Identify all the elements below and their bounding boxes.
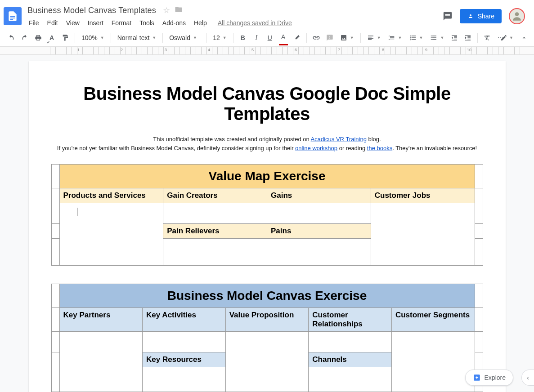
hdr-products: Products and Services bbox=[59, 188, 163, 203]
hdr-seg: Customer Segments bbox=[391, 308, 475, 332]
bold-button[interactable]: B bbox=[237, 32, 249, 44]
style-value: Normal text bbox=[117, 34, 150, 41]
image-button[interactable]: ▼ bbox=[337, 34, 357, 41]
value-map-title: Value Map Exercise bbox=[59, 165, 475, 188]
hdr-gains: Gains bbox=[267, 188, 371, 203]
hdr-resources: Key Resources bbox=[143, 352, 226, 367]
font-value: Oswald bbox=[169, 34, 190, 41]
page[interactable]: Business Model Canvas Google Doc Simple … bbox=[29, 61, 506, 392]
zoom-combo[interactable]: 100%▼ bbox=[79, 34, 107, 41]
size-value: 12 bbox=[213, 34, 220, 41]
share-button-label: Share bbox=[478, 13, 494, 20]
cell-resources[interactable] bbox=[143, 367, 226, 392]
ruler[interactable]: 1 2 3 4 5 6 7 8 9 10 bbox=[0, 47, 534, 55]
ruler-tick: 2 bbox=[121, 48, 123, 52]
cell-products[interactable] bbox=[59, 203, 163, 266]
comment-button[interactable] bbox=[324, 32, 336, 44]
hdr-jobs: Customer Jobs bbox=[371, 188, 475, 203]
link-acadicus[interactable]: Acadicus VR Training bbox=[311, 136, 367, 143]
menu-tools[interactable]: Tools bbox=[136, 18, 158, 28]
hdr-value: Value Proposition bbox=[225, 308, 309, 332]
svg-rect-3 bbox=[10, 19, 13, 20]
cell-gains[interactable] bbox=[267, 203, 371, 224]
underline-button[interactable]: U bbox=[264, 32, 276, 44]
link-button[interactable] bbox=[310, 32, 322, 44]
explore-button[interactable]: Explore bbox=[465, 370, 513, 386]
explore-label: Explore bbox=[485, 374, 506, 381]
highlight-button[interactable] bbox=[291, 32, 303, 44]
cell-rel[interactable] bbox=[309, 332, 392, 352]
document-title[interactable]: Business Model Canvas Templates bbox=[25, 4, 158, 17]
ruler-tick: 10 bbox=[467, 48, 471, 52]
ruler-tick: 5 bbox=[251, 48, 254, 52]
line-spacing-button[interactable]: ▼ bbox=[386, 34, 405, 41]
menu-view[interactable]: View bbox=[63, 18, 83, 28]
toolbar: A✓ 100%▼ Normal text▼ Oswald▼ 12▼ B I U … bbox=[0, 29, 534, 47]
font-size-combo[interactable]: 12▼ bbox=[210, 34, 229, 41]
hdr-partners: Key Partners bbox=[59, 308, 143, 332]
collapse-toolbar-button[interactable] bbox=[521, 34, 528, 43]
ruler-tick: 4 bbox=[208, 48, 210, 52]
link-workshop[interactable]: online workshop bbox=[295, 145, 337, 151]
font-combo[interactable]: Oswald▼ bbox=[166, 34, 202, 41]
ruler-tick: 6 bbox=[295, 48, 297, 52]
print-button[interactable] bbox=[32, 32, 44, 44]
link-books[interactable]: the books bbox=[367, 145, 392, 151]
value-map-table[interactable]: Value Map Exercise Products and Services… bbox=[51, 164, 483, 266]
app-header: Business Model Canvas Templates ☆ File E… bbox=[0, 0, 534, 29]
outdent-button[interactable] bbox=[449, 32, 460, 44]
redo-button[interactable] bbox=[19, 32, 31, 44]
menu-edit[interactable]: Edit bbox=[44, 18, 62, 28]
undo-button[interactable] bbox=[5, 32, 17, 44]
bmc-table[interactable]: Business Model Canvas Exercise Key Partn… bbox=[51, 284, 483, 392]
comments-icon[interactable] bbox=[443, 11, 453, 21]
cell-relievers[interactable] bbox=[163, 239, 267, 266]
folder-icon[interactable] bbox=[175, 5, 183, 16]
docs-logo[interactable] bbox=[4, 7, 22, 25]
bullet-list-button[interactable]: ▼ bbox=[427, 34, 447, 41]
avatar[interactable] bbox=[509, 8, 525, 24]
align-button[interactable]: ▼ bbox=[364, 34, 384, 41]
cell-seg[interactable] bbox=[391, 332, 475, 392]
hdr-relievers: Pain Relievers bbox=[163, 224, 267, 239]
menu-bar: File Edit View Insert Format Tools Add-o… bbox=[25, 18, 443, 28]
clear-format-button[interactable] bbox=[481, 32, 493, 44]
paragraph-style-combo[interactable]: Normal text▼ bbox=[115, 34, 159, 41]
bmc-title: Business Model Canvas Exercise bbox=[59, 284, 475, 308]
cell-pains[interactable] bbox=[267, 239, 371, 266]
cell-value[interactable] bbox=[225, 332, 309, 392]
editing-mode-button[interactable]: ▼ bbox=[500, 34, 513, 41]
text-cursor bbox=[77, 208, 77, 216]
share-button[interactable]: Share bbox=[460, 9, 502, 23]
paint-format-button[interactable] bbox=[59, 32, 71, 44]
zoom-value: 100% bbox=[81, 34, 98, 41]
save-status[interactable]: All changes saved in Drive bbox=[218, 19, 292, 27]
hdr-pains: Pains bbox=[267, 224, 371, 239]
ruler-tick: 8 bbox=[382, 48, 384, 52]
indent-button[interactable] bbox=[462, 32, 474, 44]
menu-addons[interactable]: Add-ons bbox=[159, 18, 189, 28]
ruler-tick: 1 bbox=[77, 48, 80, 52]
italic-button[interactable]: I bbox=[251, 32, 262, 44]
menu-file[interactable]: File bbox=[25, 18, 43, 28]
document-canvas[interactable]: Business Model Canvas Google Doc Simple … bbox=[0, 55, 534, 392]
side-panel-toggle[interactable]: ‹ bbox=[521, 370, 534, 386]
text-color-button[interactable]: A bbox=[278, 32, 289, 44]
hdr-creators: Gain Creators bbox=[163, 188, 267, 203]
hdr-channels: Channels bbox=[309, 352, 392, 367]
cell-partners[interactable] bbox=[59, 332, 143, 392]
svg-point-4 bbox=[515, 12, 519, 16]
cell-activities[interactable] bbox=[143, 332, 226, 352]
ruler-tick: 3 bbox=[165, 48, 167, 52]
cell-jobs[interactable] bbox=[371, 203, 475, 266]
spellcheck-button[interactable]: A✓ bbox=[46, 32, 58, 44]
menu-format[interactable]: Format bbox=[108, 18, 135, 28]
menu-insert[interactable]: Insert bbox=[84, 18, 107, 28]
numbered-list-button[interactable]: ▼ bbox=[407, 34, 426, 41]
hdr-activities: Key Activities bbox=[143, 308, 226, 332]
cell-creators[interactable] bbox=[163, 203, 267, 224]
menu-help[interactable]: Help bbox=[190, 18, 211, 28]
svg-rect-1 bbox=[10, 16, 15, 17]
cell-channels[interactable] bbox=[309, 367, 392, 392]
star-icon[interactable]: ☆ bbox=[163, 5, 170, 15]
